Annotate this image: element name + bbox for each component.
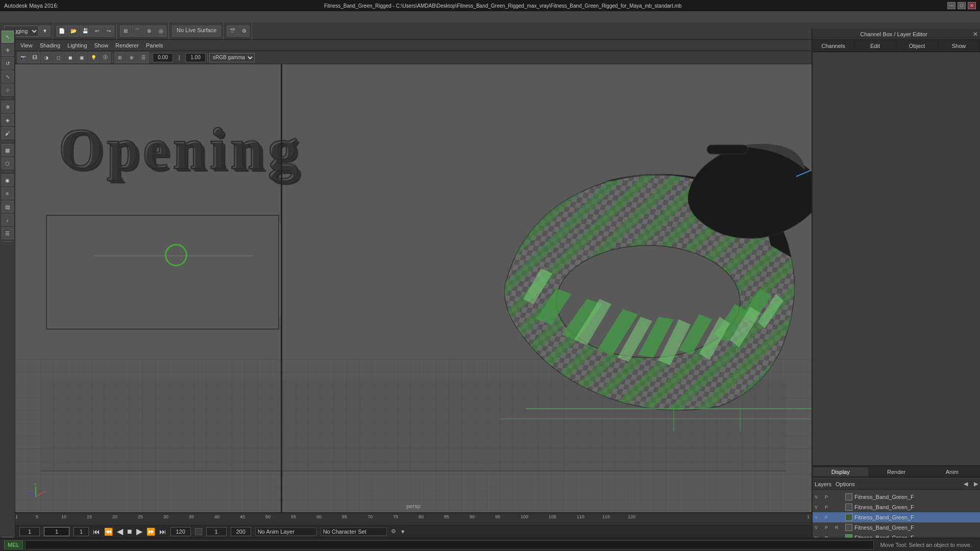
display-layer[interactable]: ≡ [2,187,14,199]
live-surface-button[interactable]: No Live Surface [172,26,221,37]
show-manipulator[interactable]: ◉ [2,174,14,186]
tab-object[interactable]: Object [896,41,938,51]
auto-key-btn[interactable] [195,528,202,535]
layer-color-0[interactable] [845,493,852,500]
wireframe-mode[interactable]: ⬡ [2,157,14,169]
layer-p-1[interactable]: P [825,505,833,510]
vp-hud[interactable]: ☰ [138,52,149,63]
srgb-select[interactable]: sRGB gamma [209,53,255,62]
panel-close-icon[interactable]: ✕ [973,31,978,38]
vp-wire[interactable]: ◻ [53,52,64,63]
layer-vis-2[interactable]: V [815,515,823,520]
layer-arrow-right[interactable]: ▶ [974,481,978,487]
layer-p-0[interactable]: P [825,494,833,499]
vp-menu-lighting[interactable]: Lighting [64,41,90,49]
close-button[interactable]: ✕ [968,2,976,9]
pb-step-fwd[interactable]: ⏩ [146,528,155,536]
vp-texture[interactable]: ▣ [76,52,87,63]
anim-layer-input[interactable]: No Anim Layer [255,528,316,536]
open-file-button[interactable]: 📂 [68,26,79,37]
vp-menu-renderer[interactable]: Renderer [112,41,142,49]
mel-label[interactable]: MEL [4,540,23,549]
layer-item-3[interactable]: V P R Fitness_Band_Green_F [813,522,980,533]
lasso-tool[interactable]: ◈ [2,114,14,126]
vp-snap[interactable]: ⊕ [126,52,137,63]
vp-coord-x[interactable]: 0.00 [153,53,173,62]
layer-tab-display[interactable]: Display [813,467,868,477]
redo-button[interactable]: ↪ [103,26,114,37]
playback-end-input[interactable]: 200 [231,527,251,536]
layer-color-1[interactable] [845,504,852,511]
layer-sub-layers[interactable]: Layers [815,481,831,487]
layer-p-2[interactable]: P [825,515,833,520]
layer-tab-anim[interactable]: Anim [924,467,980,477]
select-tool[interactable]: ↖ [2,31,14,43]
component-mode[interactable]: ▦ [2,144,14,156]
manipulator-circle[interactable] [165,244,187,266]
minimize-button[interactable]: — [947,2,955,9]
vp-grid[interactable]: ⊞ [114,52,126,63]
vp-menu-panels[interactable]: Panels [143,41,166,49]
layer-item-0[interactable]: V P Fitness_Band_Green_F [813,492,980,502]
soft-select[interactable]: ⊕ [2,101,14,113]
vp-menu-view[interactable]: View [17,41,36,49]
layer-sub-options[interactable]: Options [836,481,855,487]
viewport-canvas[interactable]: Opening [15,64,812,512]
pb-stop[interactable]: ■ [127,527,132,536]
snap-curve[interactable]: ⌒ [132,26,143,37]
current-frame-input[interactable]: 1 [44,527,69,536]
transform-tool[interactable]: ⊹ [2,84,14,96]
layer-vis-0[interactable]: V [815,494,823,499]
vp-coord-y[interactable]: 1.00 [185,53,206,62]
layer-item-2[interactable]: V P Fitness_Band_Green_F [813,512,980,522]
pb-play-back[interactable]: ◀ [117,527,123,536]
tab-edit[interactable]: Edit [854,41,896,51]
pb-go-end[interactable]: ⏭ [159,528,166,536]
save-file-button[interactable]: 💾 [80,26,91,37]
vp-solid[interactable]: ◼ [64,52,76,63]
mode-arrow[interactable]: ▼ [39,26,51,37]
render-layer[interactable]: ▤ [2,201,14,213]
snap-grid[interactable]: ⊞ [120,26,131,37]
layer-vis-1[interactable]: V [815,505,823,510]
vp-menu-show[interactable]: Show [91,41,112,49]
vp-menu-shading[interactable]: Shading [37,41,63,49]
move-tool[interactable]: ✛ [2,44,14,56]
char-set-input[interactable]: No Character Set [321,528,387,536]
tab-show[interactable]: Show [938,41,980,51]
vp-film[interactable]: 🎞 [29,52,40,63]
layer-color-2[interactable] [845,514,852,521]
frame-check[interactable] [74,527,89,536]
undo-button[interactable]: ↩ [91,26,103,37]
pb-go-start[interactable]: ⏮ [93,528,100,536]
tab-channels[interactable]: Channels [813,41,854,51]
command-line[interactable] [25,540,874,549]
anim-layer[interactable]: ♪ [2,214,14,226]
layer-r-3[interactable]: R [835,525,843,530]
layer-tab-render[interactable]: Render [868,467,924,477]
layer-p-3[interactable]: P [825,525,833,530]
vp-shading[interactable]: ◑ [41,52,52,63]
layer-arrow-left[interactable]: ◀ [964,481,968,487]
scale-tool[interactable]: ⤡ [2,70,14,83]
snap-point[interactable]: ⊕ [143,26,155,37]
end-frame-input[interactable]: 120 [170,527,191,536]
playback-start-input[interactable] [206,527,227,536]
maximize-button[interactable]: □ [958,2,966,9]
layer-vis-3[interactable]: V [815,525,823,530]
vp-light[interactable]: 💡 [88,52,99,63]
vp-aa[interactable]: Ⓐ [100,52,111,63]
rotate-tool[interactable]: ↺ [2,57,14,69]
channel-box-btn[interactable]: ☰ [2,227,14,239]
snap-view[interactable]: ◎ [155,26,166,37]
start-frame-input[interactable]: 1 [19,527,40,536]
timeline-ruler[interactable]: 1 5 10 15 20 25 30 35 40 45 50 55 60 65 … [15,513,812,523]
char-set-icon[interactable]: ⚙ [391,528,396,535]
new-file-button[interactable]: 📄 [56,26,67,37]
render-settings[interactable]: ⚙ [238,26,250,37]
pb-step-back[interactable]: ⏪ [104,528,113,536]
layer-color-3[interactable] [845,524,852,531]
char-set-arrow[interactable]: ▼ [400,529,406,535]
paint-tool[interactable]: 🖌 [2,127,14,139]
pb-play-fwd[interactable]: ▶ [136,527,142,536]
